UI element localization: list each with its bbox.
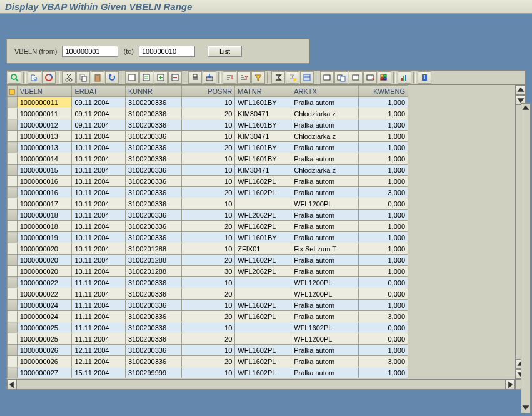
column-header-vbeln[interactable]: VBELN [17, 86, 72, 97]
table-row[interactable]: 100000001810.11.2004310020033620WFL1602P… [8, 221, 408, 232]
cell-erdat[interactable]: 10.11.2004 [72, 187, 125, 198]
cell-erdat[interactable]: 11.11.2004 [72, 311, 125, 322]
cell-erdat[interactable]: 10.11.2004 [72, 153, 125, 165]
cell-kwmeng[interactable]: 1,000 [359, 210, 408, 221]
cell-arktx[interactable]: Pralka autom [291, 266, 359, 277]
cell-kwmeng[interactable]: 1,000 [359, 153, 408, 165]
cell-kunnr[interactable]: 3100200336 [125, 153, 181, 165]
table-row[interactable]: 100000001810.11.2004310020033610WFL2062P… [8, 210, 408, 221]
select-layout-icon[interactable] [378, 71, 391, 84]
row-selector[interactable] [8, 356, 18, 367]
cell-arktx[interactable]: WFL1200PL [291, 333, 359, 345]
cell-posnr[interactable]: 10 [181, 232, 234, 243]
cell-vbeln[interactable]: 1000000020 [17, 266, 72, 277]
table-row[interactable]: 100000002010.11.2004310020128830WFL2062P… [8, 266, 408, 277]
column-header-kwmeng[interactable]: KWMENG [359, 86, 408, 97]
cell-matnr[interactable] [235, 288, 291, 300]
cell-kwmeng[interactable]: 1,000 [359, 367, 408, 378]
cell-kwmeng[interactable]: 0,000 [359, 333, 408, 345]
cell-arktx[interactable]: Pralka autom [291, 221, 359, 232]
cell-posnr[interactable]: 20 [181, 221, 234, 232]
cell-kunnr[interactable]: 3100201288 [125, 266, 181, 277]
cell-kunnr[interactable]: 3100200336 [125, 108, 181, 119]
insert-icon[interactable] [154, 71, 168, 84]
row-selector[interactable] [8, 131, 18, 142]
cell-matnr[interactable] [235, 322, 291, 333]
cell-kunnr[interactable]: 3100200336 [125, 187, 181, 198]
paste-icon[interactable] [91, 71, 104, 84]
details-icon[interactable] [8, 71, 21, 84]
cell-arktx[interactable]: Pralka autom [291, 311, 359, 322]
cell-posnr[interactable]: 10 [181, 300, 234, 311]
cell-kwmeng[interactable]: 1,000 [359, 176, 408, 187]
cell-kwmeng[interactable]: 1,000 [359, 221, 408, 232]
cell-kwmeng[interactable]: 3,000 [359, 356, 408, 367]
graphic-icon[interactable] [398, 71, 411, 84]
cell-posnr[interactable]: 10 [181, 345, 234, 356]
table-row[interactable]: 100000001410.11.2004310020033610WFL1601B… [8, 153, 408, 165]
cell-matnr[interactable]: WFL1602PL [235, 300, 291, 311]
row-selector[interactable] [8, 277, 18, 288]
cell-kunnr[interactable]: 3100299999 [125, 367, 181, 378]
cell-erdat[interactable]: 10.11.2004 [72, 210, 125, 221]
cell-kunnr[interactable]: 3100200336 [125, 288, 181, 300]
cell-kunnr[interactable]: 3100200336 [125, 198, 181, 210]
subtotal-icon[interactable] [286, 71, 299, 84]
cell-matnr[interactable]: WFL1601BY [235, 232, 291, 243]
cell-arktx[interactable]: Pralka autom [291, 367, 359, 378]
cell-vbeln[interactable]: 1000000025 [17, 333, 72, 345]
row-selector[interactable] [8, 311, 18, 322]
cell-erdat[interactable]: 10.11.2004 [72, 176, 125, 187]
cell-kunnr[interactable]: 3100200336 [125, 311, 181, 322]
vbeln-from-input[interactable] [62, 46, 118, 57]
cell-kwmeng[interactable]: 1,000 [359, 131, 408, 142]
table-row[interactable]: 100000002612.11.2004310020033620WFL1602P… [8, 356, 408, 367]
cell-matnr[interactable]: WFL1602PL [235, 345, 291, 356]
cell-posnr[interactable]: 10 [181, 153, 234, 165]
cell-vbeln[interactable]: 1000000020 [17, 255, 72, 266]
cell-matnr[interactable]: WFL1602PL [235, 311, 291, 322]
cell-kwmeng[interactable]: 1,000 [359, 345, 408, 356]
cell-kwmeng[interactable]: 1,000 [359, 255, 408, 266]
cell-kunnr[interactable]: 3100200336 [125, 142, 181, 153]
cell-arktx[interactable]: Pralka autom [291, 232, 359, 243]
cell-vbeln[interactable]: 1000000018 [17, 210, 72, 221]
table-row[interactable]: 100000002010.11.2004310020128810ZFIX01Fi… [8, 243, 408, 255]
cell-vbeln[interactable]: 1000000014 [17, 153, 72, 165]
hscroll-track[interactable] [17, 380, 505, 389]
cell-kunnr[interactable]: 3100200336 [125, 322, 181, 333]
cell-matnr[interactable]: WFL1602PL [235, 356, 291, 367]
table-row[interactable]: 100000001710.11.2004310020033610WFL1200P… [8, 198, 408, 210]
cell-kunnr[interactable]: 3100200336 [125, 131, 181, 142]
cell-kwmeng[interactable]: 1,000 [359, 266, 408, 277]
cell-matnr[interactable]: WFL1601BY [235, 153, 291, 165]
row-selector[interactable] [8, 142, 18, 153]
undo-icon[interactable] [105, 71, 119, 84]
sort-asc-icon[interactable] [223, 71, 236, 84]
table-row[interactable]: 100000002411.11.2004310020033620WFL1602P… [8, 311, 408, 322]
scroll-left-icon[interactable] [7, 380, 17, 390]
cell-posnr[interactable]: 20 [181, 108, 234, 119]
cell-arktx[interactable]: Pralka autom [291, 345, 359, 356]
cell-kwmeng[interactable]: 0,000 [359, 288, 408, 300]
cell-matnr[interactable]: KIM30471 [235, 108, 291, 119]
row-selector[interactable] [8, 153, 18, 165]
table-row[interactable]: 100000001310.11.2004310020033620WFL1601B… [8, 142, 408, 153]
cell-matnr[interactable] [235, 277, 291, 288]
cell-kwmeng[interactable]: 1,000 [359, 300, 408, 311]
append-icon[interactable] [139, 71, 153, 84]
cell-erdat[interactable]: 11.11.2004 [72, 322, 125, 333]
row-selector[interactable] [8, 288, 18, 300]
cell-posnr[interactable]: 10 [181, 210, 234, 221]
row-selector[interactable] [8, 367, 18, 378]
cell-vbeln[interactable]: 1000000011 [17, 97, 72, 108]
row-selector[interactable] [8, 266, 18, 277]
cell-kunnr[interactable]: 3100200336 [125, 210, 181, 221]
cell-erdat[interactable]: 11.11.2004 [72, 277, 125, 288]
win-scroll-up-icon[interactable] [521, 104, 530, 114]
cell-erdat[interactable]: 11.11.2004 [72, 288, 125, 300]
cell-kwmeng[interactable]: 1,000 [359, 142, 408, 153]
table-row[interactable]: 100000001610.11.2004310020033610WFL1602P… [8, 176, 408, 187]
cell-posnr[interactable]: 20 [181, 187, 234, 198]
cell-matnr[interactable] [235, 333, 291, 345]
